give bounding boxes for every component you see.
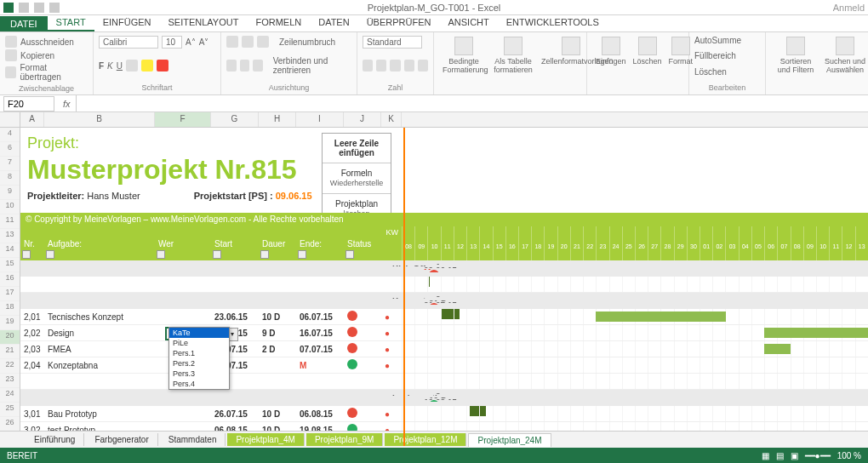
cell-marker[interactable]: ● <box>381 345 402 354</box>
sheet-tab[interactable]: Farbgenerator <box>86 433 157 446</box>
fill-color-icon[interactable] <box>141 60 153 71</box>
increase-decimal-icon[interactable] <box>404 60 414 71</box>
sheet-tab[interactable]: Projektplan_4M <box>227 433 304 446</box>
cell-task[interactable]: Bau Prototyp <box>44 409 155 419</box>
cell-marker[interactable]: ● <box>434 402 454 403</box>
currency-icon[interactable] <box>363 60 373 71</box>
col-i[interactable]: I <box>296 112 344 127</box>
cell-dauer[interactable]: 10 D <box>259 312 296 322</box>
dropdown-item[interactable]: Pers.4 <box>169 379 229 389</box>
tab-ansicht[interactable]: ANSICHT <box>439 14 497 31</box>
border-icon[interactable] <box>126 60 138 71</box>
fx-icon[interactable]: fx <box>58 99 76 109</box>
delete-cells-button[interactable]: Löschen <box>630 35 665 67</box>
font-name-select[interactable]: Calibri <box>99 36 158 49</box>
hdr-task[interactable]: Aufgabe: <box>44 226 155 260</box>
comma-icon[interactable] <box>390 60 400 71</box>
italic-button[interactable]: K <box>107 61 113 71</box>
table-row[interactable]: 2,03FMEA06.07.152 D07.07.15● <box>20 341 868 357</box>
cell-marker[interactable]: ● <box>381 361 402 370</box>
filter-icon[interactable] <box>46 250 54 259</box>
cell-ende[interactable]: 16.07.15 <box>296 329 344 338</box>
tab-entwickler[interactable]: ENTWICKLERTOOLS <box>498 14 608 31</box>
fill-button[interactable]: Füllbereich <box>694 51 736 60</box>
tab-start[interactable]: START <box>48 14 94 31</box>
underline-button[interactable]: U <box>117 61 123 71</box>
signin-link[interactable]: Anmeld <box>833 3 865 13</box>
font-size-select[interactable]: 10 <box>162 36 182 49</box>
cell-ende[interactable]: 07.07.15 <box>296 345 344 354</box>
decrease-decimal-icon[interactable] <box>418 60 428 71</box>
cell-marker[interactable]: ● <box>434 305 454 306</box>
cell-nr[interactable]: 2,04 <box>20 361 44 370</box>
font-color-icon[interactable] <box>157 60 168 71</box>
col-k[interactable]: K <box>381 112 402 127</box>
hdr-status[interactable]: Status <box>344 226 381 260</box>
table-row[interactable] <box>20 374 868 390</box>
cut-icon[interactable] <box>5 36 17 48</box>
col-g[interactable]: G <box>211 112 259 127</box>
dropdown-item[interactable]: PiLe <box>169 338 229 348</box>
sheet-tab[interactable]: Einführung <box>26 433 84 446</box>
cell-task[interactable]: Konzeptabna <box>44 361 155 370</box>
table-row[interactable]: 2,01Tecnisches Konzept23.06.1510 D06.07.… <box>20 309 868 325</box>
table-row[interactable]: 2,Konzept23.06.1521 D21.07.15● <box>20 293 868 309</box>
table-row[interactable]: 3,Implementie26.07.1519 D19.08.15● <box>20 390 868 406</box>
align-right-icon[interactable] <box>253 60 263 71</box>
tab-daten[interactable]: DATEN <box>310 14 357 31</box>
hdr-ende[interactable]: Ende: <box>296 226 344 260</box>
dropdown-item[interactable]: Pers.2 <box>169 358 229 369</box>
cell-ende[interactable]: 06.07.15 <box>296 312 344 322</box>
table-row[interactable]: 1,Kick-Off09.06.15M● <box>20 260 868 277</box>
decrease-font-icon[interactable]: A˅ <box>199 37 209 47</box>
tab-seitenlayout[interactable]: SEITENLAYOUT <box>159 14 247 31</box>
select-all-corner[interactable] <box>0 112 20 127</box>
percent-icon[interactable] <box>376 60 386 71</box>
formula-input[interactable] <box>76 95 868 111</box>
col-h[interactable]: H <box>259 112 296 127</box>
cell-ende[interactable]: M <box>296 361 344 370</box>
wrap-text-button[interactable]: Zeilenumbruch <box>279 37 335 47</box>
conditional-format-button[interactable]: Bedingte Formatierung <box>439 35 488 76</box>
redo-icon[interactable] <box>49 3 60 13</box>
tab-ueberpruefen[interactable]: ÜBERPRÜFEN <box>358 14 440 31</box>
tab-formeln[interactable]: FORMELN <box>247 14 310 31</box>
align-middle-icon[interactable] <box>242 36 254 48</box>
clear-button[interactable]: Löschen <box>694 67 727 77</box>
insert-cells-button[interactable]: Einfügen <box>592 35 630 67</box>
col-a[interactable]: A <box>20 112 44 127</box>
filter-icon[interactable] <box>22 250 31 259</box>
find-select-button[interactable]: Suchen und Auswählen <box>820 35 868 76</box>
cell-nr[interactable]: 2,01 <box>20 312 44 322</box>
sort-filter-button[interactable]: Sortieren und Filtern <box>771 35 820 76</box>
tab-einfuegen[interactable]: EINFÜGEN <box>94 14 160 31</box>
cell-dauer[interactable]: 9 D <box>259 329 296 338</box>
autosum-button[interactable]: AutoSumme <box>694 36 741 45</box>
cell-marker[interactable]: ● <box>381 312 402 322</box>
cell-task[interactable]: FMEA <box>44 345 155 354</box>
align-top-icon[interactable] <box>226 36 238 48</box>
cell-nr[interactable]: 3,01 <box>20 409 44 419</box>
cell-marker[interactable]: ● <box>381 409 402 419</box>
file-tab[interactable]: DATEI <box>0 16 48 31</box>
cell-task[interactable]: Tecnisches Konzept <box>44 312 155 322</box>
cell-status[interactable] <box>344 343 381 355</box>
view-page-icon[interactable]: ▤ <box>776 451 784 460</box>
cell-marker[interactable]: ● <box>381 329 402 338</box>
copy-icon[interactable] <box>5 49 17 61</box>
filter-icon[interactable] <box>345 250 354 259</box>
zoom-slider[interactable]: ━━●━━ <box>805 451 831 460</box>
hdr-start[interactable]: Start <box>211 226 259 260</box>
cell-dauer[interactable]: 10 D <box>259 409 296 419</box>
col-b[interactable]: B <box>44 112 155 127</box>
number-format-select[interactable]: Standard <box>363 36 422 49</box>
sheet-tab[interactable]: Stammdaten <box>160 433 226 446</box>
increase-font-icon[interactable]: A˄ <box>186 37 196 47</box>
cell-status[interactable] <box>344 311 381 323</box>
hdr-nr[interactable]: Nr. <box>20 226 44 260</box>
cell-status[interactable] <box>344 327 381 339</box>
table-row[interactable]: 2,02Design06.07.159 D16.07.15● <box>20 325 868 341</box>
table-row[interactable] <box>20 277 868 293</box>
filter-icon[interactable] <box>157 250 165 259</box>
format-painter-icon[interactable] <box>5 66 16 78</box>
